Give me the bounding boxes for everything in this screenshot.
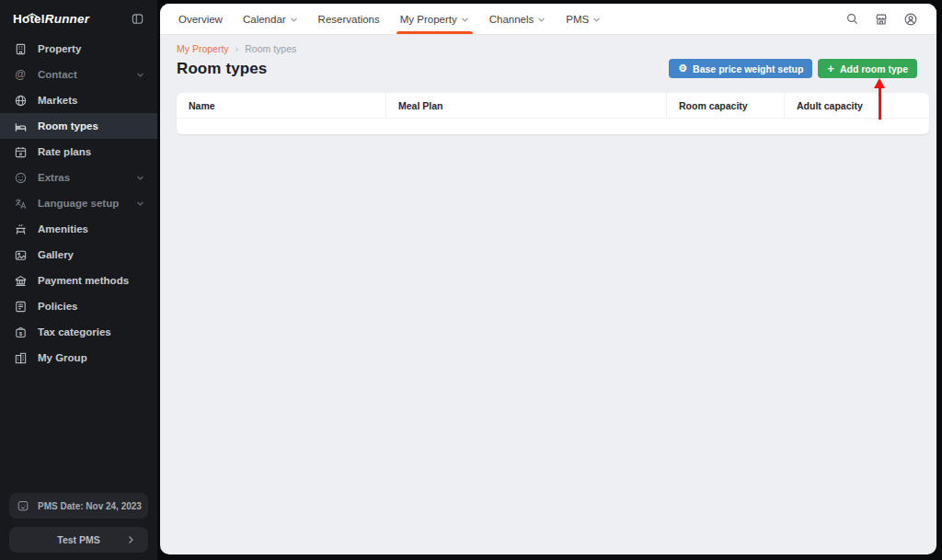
bed-icon — [13, 120, 28, 133]
image-icon — [13, 248, 28, 262]
tax-icon: $ — [13, 326, 28, 339]
add-room-type-button[interactable]: + Add room type — [818, 59, 917, 78]
sidebar-item-markets[interactable]: Markets — [0, 87, 157, 113]
tab-label: PMS — [566, 14, 589, 25]
tab-my-property[interactable]: My Property — [390, 4, 479, 34]
pms-date-badge: PMS Date: Nov 24, 2023 — [9, 493, 148, 519]
sidebar-item-label: My Group — [38, 352, 87, 363]
chevron-down-icon — [136, 200, 144, 208]
sidebar-item-property[interactable]: Property — [0, 36, 157, 62]
sidebar-item-label: Language setup — [38, 198, 119, 209]
table-empty-row — [177, 119, 929, 134]
pms-date-label: PMS Date: Nov 24, 2023 — [38, 501, 142, 511]
column-header-meal-plan: Meal Plan — [386, 93, 667, 118]
sidebar-item-label: Payment methods — [38, 275, 129, 286]
sidebar-item-label: Room types — [38, 120, 98, 131]
sidebar-item-contact[interactable]: @Contact — [0, 62, 157, 87]
account-icon[interactable] — [903, 12, 918, 27]
sidebar-item-label: Tax categories — [38, 326, 111, 337]
chevron-right-icon — [126, 535, 135, 544]
sidebar-item-tax-categories[interactable]: $Tax categories — [0, 319, 157, 345]
tab-label: My Property — [400, 14, 457, 25]
sidebar-bottom: PMS Date: Nov 24, 2023 Test PMS — [9, 493, 148, 553]
sidebar-nav: Property@ContactMarketsRoom typesRate pl… — [0, 36, 157, 371]
svg-text:$: $ — [18, 329, 22, 336]
tab-label: Channels — [489, 14, 534, 25]
base-price-weight-setup-button[interactable]: ⚙ Base price weight setup — [669, 59, 812, 78]
table-header-row: NameMeal PlanRoom capacityAdult capacity — [177, 93, 929, 119]
brand-part2: Runner — [45, 12, 89, 26]
chevron-down-icon — [136, 174, 144, 182]
breadcrumb-current: Room types — [245, 43, 296, 54]
sidebar-item-label: Property — [38, 43, 81, 54]
sidebar-item-my-group[interactable]: My Group — [0, 345, 157, 371]
sidebar-item-payment-methods[interactable]: Payment methods — [0, 268, 157, 293]
smiley-icon — [13, 171, 28, 185]
sidebar-item-label: Extras — [38, 172, 70, 183]
title-row: Room types ⚙ Base price weight setup + A… — [177, 59, 929, 78]
sidebar-logo-row: HotelRunner — [0, 0, 157, 33]
sidebar-item-label: Markets — [38, 95, 77, 106]
brand-roof-icon — [25, 7, 40, 21]
column-header-room-capacity: Room capacity — [667, 93, 785, 118]
search-icon[interactable] — [845, 12, 859, 26]
tab-overview[interactable]: Overview — [168, 4, 233, 34]
sidebar-item-label: Contact — [38, 69, 77, 80]
document-icon — [13, 300, 28, 314]
translate-icon — [13, 197, 28, 211]
calendar-icon — [13, 145, 28, 159]
page-content: My Property › Room types Room types ⚙ Ba… — [160, 35, 936, 134]
sidebar-item-rate-plans[interactable]: Rate plans — [0, 139, 157, 165]
calendar-smiley-icon — [16, 499, 30, 512]
building-icon — [13, 42, 28, 56]
sidebar: HotelRunner Property@ContactMarketsRoom … — [0, 0, 157, 560]
at-icon: @ — [13, 69, 28, 80]
globe-icon — [13, 94, 28, 108]
add-room-type-label: Add room type — [840, 63, 908, 74]
tab-reservations[interactable]: Reservations — [308, 4, 390, 34]
chevron-down-icon — [592, 16, 601, 24]
sidebar-item-label: Rate plans — [38, 146, 91, 157]
amenity-icon — [13, 223, 28, 236]
plus-icon: + — [827, 63, 834, 74]
sidebar-collapse-icon[interactable] — [131, 12, 144, 26]
chevron-down-icon — [461, 16, 469, 24]
bank-icon — [13, 274, 28, 288]
tab-pms[interactable]: PMS — [556, 4, 611, 34]
sidebar-item-policies[interactable]: Policies — [0, 293, 157, 319]
sidebar-item-label: Policies — [38, 301, 77, 312]
room-types-table: NameMeal PlanRoom capacityAdult capacity — [177, 93, 929, 134]
sidebar-item-label: Amenities — [38, 223, 88, 234]
breadcrumb-parent[interactable]: My Property — [177, 43, 229, 54]
brand-logo: HotelRunner — [13, 12, 89, 26]
breadcrumb-separator: › — [236, 43, 239, 54]
sidebar-item-label: Gallery — [38, 249, 74, 260]
column-header-name: Name — [177, 93, 386, 118]
test-pms-button[interactable]: Test PMS — [9, 527, 148, 553]
sidebar-item-amenities[interactable]: Amenities — [0, 216, 157, 242]
sidebar-item-extras[interactable]: Extras — [0, 165, 157, 190]
tab-calendar[interactable]: Calendar — [233, 4, 308, 34]
main-card: OverviewCalendarReservationsMy PropertyC… — [160, 4, 936, 554]
tab-label: Reservations — [318, 14, 380, 25]
page-actions: ⚙ Base price weight setup + Add room typ… — [669, 59, 917, 78]
chevron-down-icon — [537, 16, 546, 24]
gears-icon: ⚙ — [678, 63, 687, 74]
test-pms-label: Test PMS — [57, 534, 99, 545]
base-price-weight-setup-label: Base price weight setup — [693, 63, 803, 74]
page-title: Room types — [177, 60, 267, 78]
chevron-down-icon — [290, 16, 298, 24]
column-header-adult-capacity: Adult capacity — [785, 93, 929, 118]
sidebar-item-room-types[interactable]: Room types — [0, 113, 157, 139]
group-building-icon — [13, 351, 28, 365]
tab-label: Calendar — [243, 14, 286, 25]
top-navigation: OverviewCalendarReservationsMy PropertyC… — [160, 4, 936, 35]
store-icon[interactable] — [874, 12, 889, 27]
breadcrumb: My Property › Room types — [177, 43, 929, 54]
sidebar-item-language-setup[interactable]: Language setup — [0, 190, 157, 216]
sidebar-item-gallery[interactable]: Gallery — [0, 242, 157, 268]
tab-channels[interactable]: Channels — [479, 4, 557, 34]
topbar-icons — [845, 4, 918, 34]
chevron-down-icon — [136, 71, 144, 79]
tab-label: Overview — [178, 14, 223, 25]
